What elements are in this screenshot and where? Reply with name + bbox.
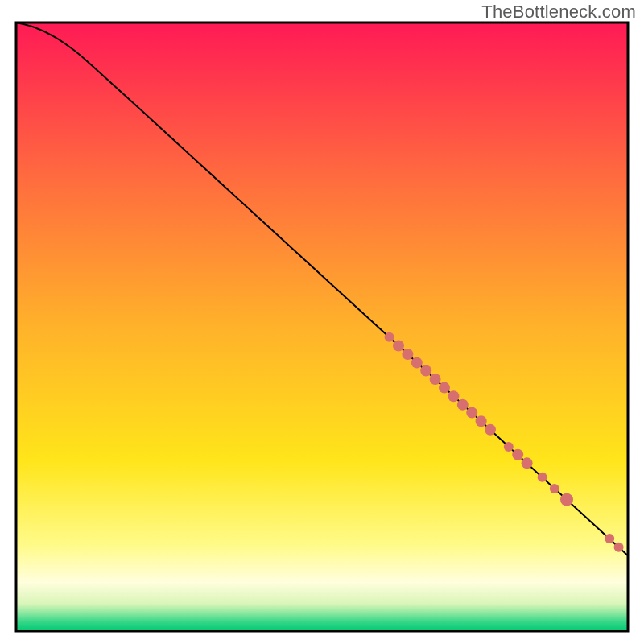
highlight-dot <box>439 382 450 394</box>
highlight-dot <box>411 357 423 369</box>
plot-background <box>16 23 628 631</box>
bottleneck-curve-chart <box>0 0 644 644</box>
watermark-label: TheBottleneck.com <box>481 2 636 23</box>
highlight-dot <box>385 332 394 342</box>
highlight-dot <box>512 449 523 460</box>
highlight-dot <box>614 543 624 552</box>
highlight-dot <box>457 399 469 411</box>
highlight-dot <box>476 415 487 427</box>
highlight-dot <box>538 473 547 482</box>
highlight-dot <box>430 374 441 385</box>
highlight-dot <box>504 442 514 452</box>
highlight-dot <box>393 340 404 351</box>
highlight-dot <box>522 457 533 469</box>
chart-frame: TheBottleneck.com <box>0 0 644 644</box>
highlight-dot <box>420 365 431 376</box>
highlight-dot <box>560 493 573 506</box>
highlight-dot <box>485 424 496 436</box>
highlight-dot <box>448 390 459 402</box>
highlight-dot <box>402 349 413 360</box>
highlight-dot <box>605 534 614 543</box>
highlight-dot <box>466 407 477 419</box>
highlight-dot <box>550 484 559 493</box>
